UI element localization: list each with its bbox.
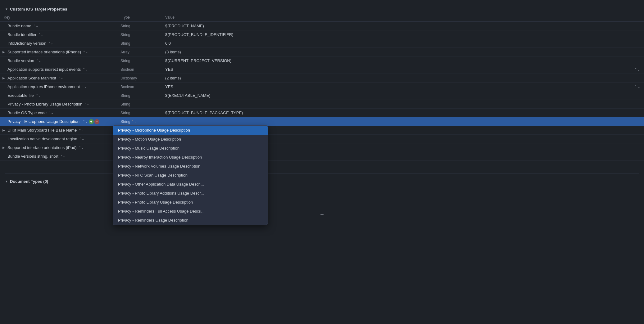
key-stepper[interactable]: ⌃⌄ xyxy=(38,33,44,36)
autocomplete-dropdown[interactable]: Privacy - Microphone Usage Description P… xyxy=(113,125,268,225)
key-stepper[interactable]: ⌃⌄ xyxy=(84,103,90,106)
table-row[interactable]: Bundle version ⌃⌄ String $(CURRENT_PROJE… xyxy=(0,56,644,65)
type-stepper[interactable]: ⌃⌄ xyxy=(131,120,136,123)
key-stepper[interactable]: ⌃⌄ xyxy=(82,68,88,71)
table-row[interactable]: Bundle name ⌃⌄ String $(PRODUCT_NAME) xyxy=(0,22,644,30)
row-expand-icon[interactable]: ▶ xyxy=(2,50,5,54)
key-stepper[interactable]: ⌃⌄ xyxy=(35,59,42,62)
main-container: ▼ Custom iOS Target Properties Key Type … xyxy=(0,0,644,228)
type-column-header: Type xyxy=(118,14,161,21)
key-stepper[interactable]: ⌃⌄ xyxy=(57,77,64,80)
document-types-title: Document Types (0) xyxy=(10,179,48,184)
key-column-header: Key xyxy=(0,14,118,21)
table-row[interactable]: ▶ Supported interface orientations (iPho… xyxy=(0,48,644,56)
row-expand-icon[interactable]: ▶ xyxy=(2,76,5,80)
value-stepper-icon[interactable]: ⌃⌄ xyxy=(634,67,640,72)
key-stepper[interactable]: ⌃⌄ xyxy=(35,94,41,97)
chevron-down-icon: ▼ xyxy=(5,7,8,11)
key-stepper[interactable]: ⌃⌄ xyxy=(33,25,39,28)
table-row[interactable]: Application supports indirect input even… xyxy=(0,65,644,74)
table-row-active[interactable]: Privacy - Microphone Usage Description ⌃… xyxy=(0,117,644,126)
row-expand-icon[interactable]: ▶ xyxy=(2,146,5,149)
row-actions: ⌃⌄ + − xyxy=(82,119,99,124)
value-stepper-icon[interactable]: ⌃⌄ xyxy=(634,85,640,89)
add-property-button[interactable]: + xyxy=(320,211,324,218)
key-stepper[interactable]: ⌃⌄ xyxy=(79,137,85,141)
dropdown-item-network[interactable]: Privacy - Network Volumes Usage Descript… xyxy=(113,162,268,171)
add-button-row: + xyxy=(0,206,644,223)
remove-row-button[interactable]: − xyxy=(94,119,99,124)
key-stepper[interactable]: ⌃⌄ xyxy=(48,111,54,115)
add-row-button[interactable]: + xyxy=(89,119,94,124)
dropdown-item-photo-additions[interactable]: Privacy - Photo Library Additions Usage … xyxy=(113,189,268,198)
table-row[interactable]: Bundle OS Type code ⌃⌄ String $(PRODUCT_… xyxy=(0,109,644,117)
chevron-down-icon: ▼ xyxy=(5,180,8,183)
table-row[interactable]: Executable file ⌃⌄ String $(EXECUTABLE_N… xyxy=(0,91,644,100)
no-document-types-label: No Document Types xyxy=(0,186,644,200)
dropdown-item-other[interactable]: Privacy - Other Application Data Usage D… xyxy=(113,180,268,189)
table-rows: Bundle name ⌃⌄ String $(PRODUCT_NAME) Bu… xyxy=(0,22,644,161)
key-stepper[interactable]: ⌃⌄ xyxy=(78,146,84,149)
properties-table: Key Type Value Bundle name ⌃⌄ String $(P… xyxy=(0,13,644,161)
table-row[interactable]: Localization native development region ⌃… xyxy=(0,135,644,143)
table-row[interactable]: Bundle identifier ⌃⌄ String $(PRODUCT_BU… xyxy=(0,30,644,39)
table-row[interactable]: Privacy - Photo Library Usage Descriptio… xyxy=(0,100,644,109)
document-types-section-header[interactable]: ▼ Document Types (0) xyxy=(0,177,644,186)
value-column-header: Value xyxy=(161,14,644,21)
table-row[interactable]: ▶ Supported interface orientations (iPad… xyxy=(0,143,644,152)
dropdown-item-nearby[interactable]: Privacy - Nearby Interaction Usage Descr… xyxy=(113,153,268,162)
key-stepper[interactable]: ⌃⌄ xyxy=(81,85,87,88)
dropdown-item-photo-library[interactable]: Privacy - Photo Library Usage Descriptio… xyxy=(113,198,268,207)
custom-ios-section-header[interactable]: ▼ Custom iOS Target Properties xyxy=(0,5,644,13)
key-stepper[interactable]: ⌃⌄ xyxy=(82,51,88,54)
dropdown-item-music[interactable]: Privacy - Music Usage Description xyxy=(113,144,268,153)
section-divider xyxy=(5,173,639,173)
key-stepper[interactable]: ⌃⌄ xyxy=(78,129,84,132)
dropdown-item-nfc[interactable]: Privacy - NFC Scan Usage Description xyxy=(113,171,268,180)
dropdown-item-reminders[interactable]: Privacy - Reminders Usage Description xyxy=(113,216,268,225)
table-row[interactable]: Bundle versions string, short ⌃⌄ String … xyxy=(0,152,644,161)
table-row[interactable]: Application requires iPhone environment … xyxy=(0,83,644,91)
table-row[interactable]: InfoDictionary version ⌃⌄ String 6.0 xyxy=(0,39,644,48)
custom-ios-title: Custom iOS Target Properties xyxy=(10,7,67,11)
dropdown-item-reminders-full[interactable]: Privacy - Reminders Full Access Usage De… xyxy=(113,207,268,216)
key-stepper[interactable]: ⌃⌄ xyxy=(60,155,66,158)
key-stepper[interactable]: ⌃⌄ xyxy=(48,42,54,45)
key-stepper-active[interactable]: ⌃⌄ xyxy=(82,120,88,123)
dropdown-item-microphone[interactable]: Privacy - Microphone Usage Description xyxy=(113,126,268,135)
row-expand-icon[interactable]: ▶ xyxy=(2,128,5,132)
dropdown-item-motion[interactable]: Privacy - Motion Usage Description xyxy=(113,135,268,144)
table-row[interactable]: ▶ Application Scene Manifest ⌃⌄ Dictiona… xyxy=(0,74,644,83)
table-row[interactable]: ▶ UIKit Main Storyboard File Base Name ⌃… xyxy=(0,126,644,135)
